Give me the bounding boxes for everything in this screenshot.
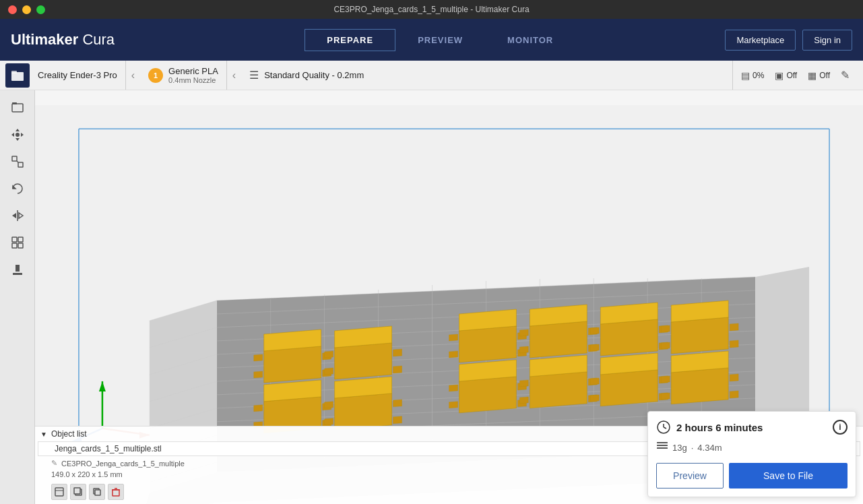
viewport[interactable]: ▼ Object list Jenga_cards_1_5_multiple.s… [35,90,863,504]
app-header: Ultimaker Cura PREPARE PREVIEW MONITOR M… [0,19,863,61]
svg-marker-127 [730,391,738,398]
info-icon[interactable]: i [833,420,848,435]
svg-rect-1 [11,71,17,73]
tool-support[interactable] [5,257,30,282]
svg-marker-12 [13,186,15,189]
quality-selector[interactable]: ☰ Standard Quality - 0.2mm [241,61,733,90]
quality-name: Standard Quality - 0.2mm [264,70,364,80]
svg-marker-76 [519,329,528,336]
svg-marker-86 [671,317,728,354]
svg-rect-142 [95,490,100,495]
object-list-toggle-icon: ▼ [40,431,47,438]
svg-marker-98 [335,393,392,430]
print-actions: Preview Save to File [656,463,848,489]
tool-mirror[interactable] [5,203,30,228]
svg-marker-89 [661,342,670,349]
infill-setting[interactable]: ▤ 0% [741,70,764,81]
toolbar-settings: ▤ 0% ▣ Off ▦ Off ✎ [733,69,858,82]
action-duplicate-icon[interactable] [70,484,86,500]
svg-rect-150 [657,445,668,446]
support-setting[interactable]: ▣ Off [775,70,797,81]
tab-prepare[interactable]: PREPARE [305,29,395,51]
preview-button[interactable]: Preview [656,463,724,489]
action-cube-icon[interactable] [51,484,67,500]
svg-marker-6 [15,138,20,141]
adhesion-setting[interactable]: ▦ Off [808,70,830,81]
svg-marker-88 [661,325,670,332]
svg-rect-143 [113,490,119,496]
svg-marker-65 [325,368,333,375]
svg-marker-113 [519,397,528,404]
svg-marker-90 [730,323,738,331]
svg-marker-14 [12,213,16,218]
printer-name: Creality Ender-3 Pro [38,70,117,80]
minimize-button[interactable] [22,5,31,14]
print-time-label: 2 hours 6 minutes [676,422,763,433]
support-icon: ▣ [775,70,784,81]
app-logo: Ultimaker Cura [11,31,115,49]
signin-button[interactable]: Sign in [802,30,852,51]
svg-rect-17 [18,237,23,242]
open-file-button[interactable] [5,63,30,88]
material-selector[interactable]: 1 Generic PLA 0.4mm Nozzle [140,61,227,90]
svg-marker-56 [264,346,321,383]
svg-marker-122 [671,368,728,404]
printer-selector[interactable]: Creality Ender-3 Pro [30,61,126,90]
maximize-button[interactable] [36,5,45,14]
svg-rect-9 [12,156,17,161]
svg-marker-80 [600,319,658,356]
svg-marker-15 [19,213,23,218]
tool-rotate[interactable] [5,177,30,201]
header-actions: Marketplace Sign in [725,30,852,51]
tool-per-model[interactable] [5,230,30,255]
edit-pencil-icon[interactable]: ✎ [51,459,57,468]
svg-marker-116 [600,370,658,406]
title-bar: CE3PRO_Jenga_cards_1_5_multiple - Ultima… [0,0,863,19]
filament-icon [656,440,668,455]
material-name: Generic PLA [168,66,218,76]
svg-marker-59 [254,371,263,378]
svg-marker-103 [393,416,402,424]
quality-icon: ☰ [249,69,259,82]
svg-rect-2 [12,104,23,112]
support-value: Off [786,71,797,80]
action-copy-icon[interactable] [89,484,105,500]
svg-marker-64 [325,351,333,358]
save-to-file-button[interactable]: Save to File [729,463,848,489]
adhesion-icon: ▦ [808,70,817,81]
settings-edit-icon[interactable]: ✎ [841,69,850,82]
infill-value: 0% [753,71,764,80]
material-sep: · [691,443,694,453]
nav-tabs: PREPARE PREVIEW MONITOR [155,29,725,51]
svg-marker-106 [449,385,458,391]
svg-marker-66 [393,349,402,356]
svg-marker-77 [519,346,528,353]
tab-preview[interactable]: PREVIEW [395,29,485,51]
print-time-row: 2 hours 6 minutes i [656,420,848,435]
svg-marker-83 [590,344,599,351]
action-delete-icon[interactable] [108,484,124,500]
close-button[interactable] [8,5,17,14]
material-nozzle: 0.4mm Nozzle [168,76,218,84]
material-prev-arrow[interactable]: ‹ [227,69,241,82]
svg-line-148 [664,427,666,429]
tool-scale[interactable] [5,150,30,174]
svg-marker-110 [530,372,587,408]
product-name: Cura [82,31,115,48]
svg-marker-126 [730,374,738,381]
marketplace-button[interactable]: Marketplace [725,30,796,51]
svg-marker-62 [335,343,392,379]
svg-marker-94 [254,405,263,412]
svg-marker-82 [590,327,599,334]
main-area: ▼ Object list Jenga_cards_1_5_multiple.s… [0,90,863,504]
left-sidebar [0,90,35,504]
print-info-panel: 2 hours 6 minutes i 13g · 4.34m Preview [647,411,856,497]
tool-move[interactable] [5,123,30,147]
window-controls[interactable] [8,5,45,14]
printer-prev-arrow[interactable]: ‹ [126,69,140,82]
tool-open[interactable] [5,96,30,120]
tab-monitor[interactable]: MONITOR [485,29,575,51]
svg-marker-107 [449,402,458,408]
print-time: 2 hours 6 minutes [656,420,763,435]
svg-marker-118 [590,378,599,385]
